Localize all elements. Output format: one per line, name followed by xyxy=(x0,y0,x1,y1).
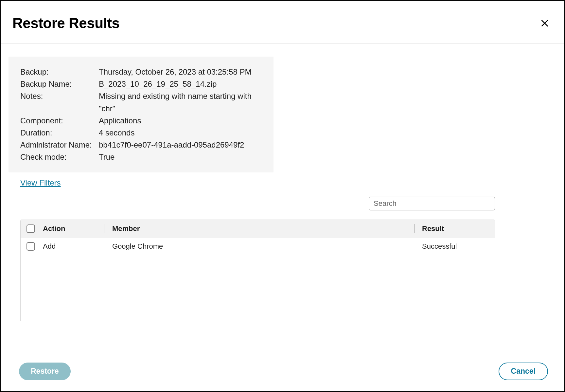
close-icon xyxy=(540,19,549,28)
view-filters-link[interactable]: View Filters xyxy=(20,178,61,187)
value-duration: 4 seconds xyxy=(99,127,262,139)
label-backup: Backup: xyxy=(20,66,99,78)
value-backup: Thursday, October 26, 2023 at 03:25:58 P… xyxy=(99,66,262,78)
label-notes: Notes: xyxy=(20,90,99,114)
close-button[interactable] xyxy=(539,18,550,28)
label-admin-name: Administrator Name: xyxy=(20,139,99,151)
detail-row-duration: Duration: 4 seconds xyxy=(20,127,262,139)
table-header: Action Member Result xyxy=(21,220,495,238)
label-duration: Duration: xyxy=(20,127,99,139)
label-component: Component: xyxy=(20,115,99,127)
detail-row-notes: Notes: Missing and existing with name st… xyxy=(20,90,262,114)
row-checkbox[interactable] xyxy=(26,242,35,251)
search-input[interactable] xyxy=(369,197,495,210)
value-notes: Missing and existing with name starting … xyxy=(99,90,262,114)
table-body: Add Google Chrome Successful xyxy=(21,238,495,321)
row-checkbox-cell xyxy=(21,242,41,251)
header-checkbox-cell xyxy=(21,224,41,233)
header-result[interactable]: Result xyxy=(416,224,495,233)
value-check-mode: True xyxy=(99,151,262,163)
label-backup-name: Backup Name: xyxy=(20,78,99,90)
detail-row-backup: Backup: Thursday, October 26, 2023 at 03… xyxy=(20,66,262,78)
results-table: Action Member Result Add Google Chrome S… xyxy=(20,220,495,321)
page-title: Restore Results xyxy=(12,15,120,31)
detail-row-backup-name: Backup Name: B_2023_10_26_19_25_58_14.zi… xyxy=(20,78,262,90)
label-check-mode: Check mode: xyxy=(20,151,99,163)
backup-details-card: Backup: Thursday, October 26, 2023 at 03… xyxy=(9,57,274,172)
column-separator-icon xyxy=(414,224,415,233)
header-action[interactable]: Action xyxy=(41,224,102,233)
detail-row-check-mode: Check mode: True xyxy=(20,151,262,163)
dialog-header: Restore Results xyxy=(1,1,564,44)
detail-row-component: Component: Applications xyxy=(20,115,262,127)
detail-row-admin-name: Administrator Name: bb41c7f0-ee07-491a-a… xyxy=(20,139,262,151)
column-separator-icon xyxy=(104,224,104,233)
value-component: Applications xyxy=(99,115,262,127)
cancel-button[interactable]: Cancel xyxy=(499,363,548,380)
dialog-content: Backup: Thursday, October 26, 2023 at 03… xyxy=(1,44,564,351)
search-row xyxy=(9,197,495,210)
dialog-footer: Restore Cancel xyxy=(1,351,564,391)
table-row[interactable]: Add Google Chrome Successful xyxy=(21,238,495,255)
value-backup-name: B_2023_10_26_19_25_58_14.zip xyxy=(99,78,262,90)
restore-results-dialog: Restore Results Backup: Thursday, Octobe… xyxy=(0,0,565,392)
header-member[interactable]: Member xyxy=(106,224,413,233)
select-all-checkbox[interactable] xyxy=(26,224,35,233)
cell-action: Add xyxy=(41,242,102,251)
view-filters-row: View Filters xyxy=(20,178,556,187)
restore-button[interactable]: Restore xyxy=(19,363,71,380)
cell-member: Google Chrome xyxy=(106,242,413,251)
cell-result: Successful xyxy=(416,242,495,251)
value-admin-name: bb41c7f0-ee07-491a-aadd-095ad26949f2 xyxy=(99,139,262,151)
